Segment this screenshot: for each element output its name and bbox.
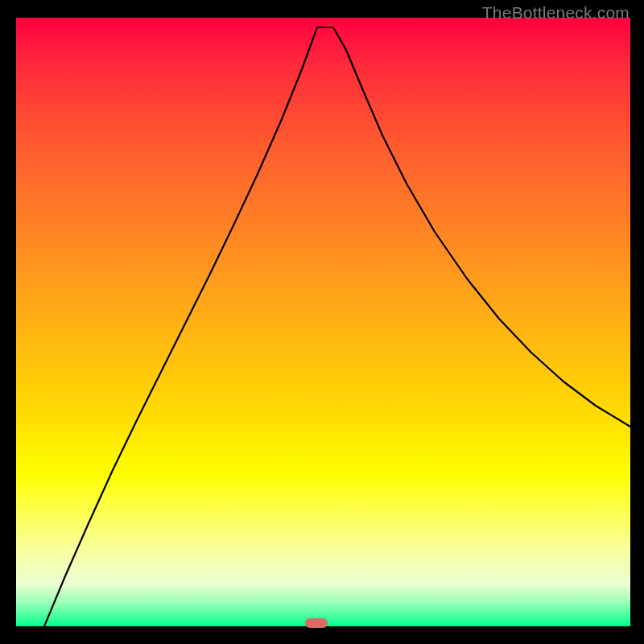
watermark-text: TheBottleneck.com — [482, 3, 630, 23]
bottleneck-curve — [16, 18, 630, 626]
optimal-point-marker — [305, 618, 328, 628]
